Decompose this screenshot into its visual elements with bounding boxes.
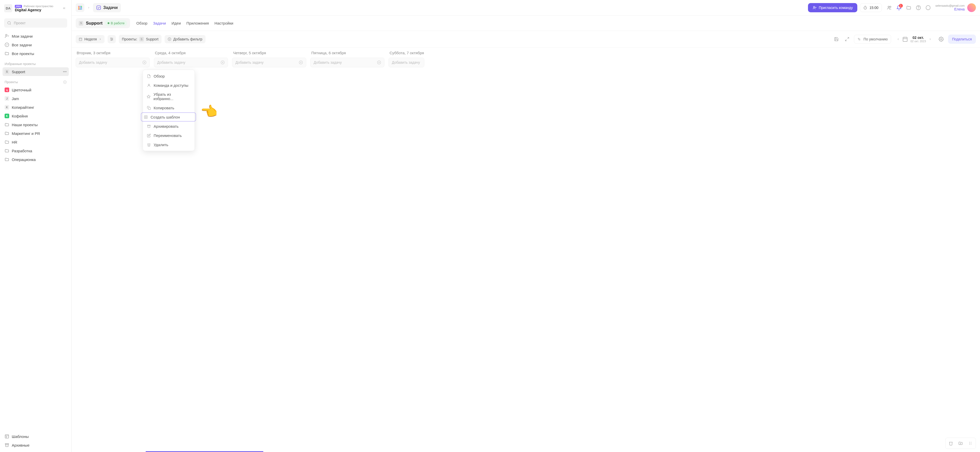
sidebar-item-kofeinya[interactable]: K Кофейня (3, 112, 69, 120)
menu-item-overview[interactable]: Обзор (143, 72, 194, 81)
nav-my-tasks[interactable]: Мои задачи (3, 32, 69, 40)
menu-item-rename[interactable]: Переименовать (143, 131, 194, 140)
timer-button[interactable]: 15:00 (860, 3, 881, 12)
workspace-pro-badge: PRO (15, 5, 22, 8)
project-badge: ц (5, 88, 9, 92)
nav-all-tasks[interactable]: Все задачи (3, 40, 69, 49)
chevron-right-icon[interactable] (929, 38, 932, 41)
chevron-left-icon[interactable] (897, 38, 900, 41)
main-area: Задачи Пригласить команду 15:00 1 (72, 0, 980, 452)
svg-point-29 (889, 6, 891, 7)
sidebar-item-hr[interactable]: HR (3, 138, 69, 146)
activity-button[interactable] (925, 5, 931, 11)
plus-circle-icon[interactable] (377, 61, 381, 64)
svg-rect-17 (81, 7, 82, 8)
chevron-left-icon (62, 6, 66, 10)
project-filter-label: Проекты: (122, 37, 137, 41)
add-task-input[interactable]: Добавить задачу (154, 57, 228, 67)
add-filter-chip[interactable]: Добавить фильтр (165, 35, 205, 43)
sidebar-item-development[interactable]: Разработка (3, 146, 69, 155)
date-range-picker[interactable]: 02 окт. 02 окт. 2023 (894, 34, 934, 44)
copy-icon (146, 105, 151, 110)
add-task-input[interactable]: Добавить задачу (388, 57, 424, 67)
svg-rect-20 (81, 9, 82, 10)
project-search[interactable]: Проект (4, 18, 67, 28)
menu-item-copy[interactable]: Копировать (143, 103, 194, 112)
svg-point-65 (148, 84, 150, 85)
add-task-input[interactable]: Добавить задачу (310, 57, 385, 67)
help-button[interactable] (916, 5, 921, 11)
plus-circle-icon[interactable] (142, 61, 146, 64)
add-task-input[interactable]: Добавить задачу (76, 57, 150, 67)
svg-rect-70 (147, 125, 150, 126)
add-task-input[interactable]: Добавить задачу (232, 57, 306, 67)
column-friday: Пятница, 6 октября Добавить задачу (310, 51, 385, 449)
sidebar-item-jam[interactable]: J Jam (3, 94, 69, 103)
column-header: Среда, 4 октября (154, 51, 228, 55)
sidebar-item-copywriting[interactable]: K Копирайтинг (3, 103, 69, 112)
sidebar-item-tsvetochny[interactable]: ц Цветочный (3, 85, 69, 94)
sidebar-item-our-projects[interactable]: Наши проекты (3, 120, 69, 129)
sort-chip[interactable]: По умолчанию (854, 35, 891, 43)
sidebar-item-support[interactable]: S Support ••• (3, 67, 69, 76)
collapse-sidebar-button[interactable] (61, 5, 67, 11)
add-project-button[interactable] (63, 80, 67, 84)
drag-handle[interactable] (966, 439, 974, 447)
share-button[interactable]: Поделиться (948, 35, 976, 44)
save-view-button[interactable] (832, 35, 840, 43)
team-icon-button[interactable] (886, 5, 892, 11)
svg-point-69 (145, 117, 146, 118)
menu-item-archive[interactable]: Архивировать (143, 121, 194, 131)
sidebar-item-operations[interactable]: Операционка (3, 155, 69, 164)
folder-icon (5, 51, 9, 56)
plus-circle-icon[interactable] (299, 61, 303, 64)
fullscreen-button[interactable] (843, 35, 851, 43)
more-icon[interactable]: ••• (63, 70, 67, 74)
workspace-header[interactable]: DA PRO Рабочее пространство Digital Agen… (0, 0, 71, 16)
delete-button[interactable] (947, 439, 955, 447)
nav-archive[interactable]: Архивные (3, 441, 69, 449)
nav-all-projects[interactable]: Все проекты (3, 49, 69, 58)
project-title-block[interactable]: S Support В работе (76, 18, 130, 28)
sidebar-item-marketing-pr[interactable]: Маркетинг и PR (3, 129, 69, 138)
gear-icon (939, 37, 944, 42)
tab-ideas[interactable]: Идеи (172, 21, 181, 26)
notifications-button[interactable]: 1 (896, 5, 902, 11)
tab-tasks[interactable]: Задачи (153, 21, 166, 26)
nav-templates[interactable]: Шаблоны (3, 432, 69, 441)
apps-menu-button[interactable] (76, 3, 84, 12)
tab-apps[interactable]: Приложения (186, 21, 209, 26)
project-status-label: В работе (111, 21, 124, 25)
project-filter-chip[interactable]: Проекты: S Support (119, 35, 162, 43)
tab-settings[interactable]: Настройки (215, 21, 233, 26)
menu-item-create-template[interactable]: Создать шаблон (141, 112, 196, 121)
move-button[interactable] (957, 439, 964, 447)
plus-circle-icon (168, 37, 171, 41)
workspace-subtitle: Рабочее пространство (24, 5, 53, 8)
filter-settings-chip[interactable] (108, 35, 116, 43)
project-badge: K (5, 113, 9, 118)
menu-item-delete[interactable]: Удалить (143, 140, 194, 149)
tab-overview[interactable]: Обзор (136, 21, 147, 26)
active-module-button[interactable]: Задачи (93, 3, 121, 12)
menu-item-unfavorite[interactable]: Убрать из избранно... (143, 90, 194, 103)
folder-icon (5, 149, 9, 153)
svg-rect-10 (5, 444, 9, 444)
user-account-button[interactable]: selenaastu@gmail.com Елена (935, 3, 976, 12)
active-module-label: Задачи (103, 5, 118, 10)
workspace-info: PRO Рабочее пространство Digital Agency (15, 5, 59, 12)
drag-icon (968, 441, 973, 446)
settings-button[interactable] (937, 35, 945, 43)
sidebar-item-label: Jam (12, 96, 19, 101)
svg-point-36 (111, 38, 111, 38)
date-main: 02 окт. (910, 35, 926, 40)
column-header: Четверг, 5 октября (232, 51, 306, 55)
menu-item-team[interactable]: Команда и доступы (143, 81, 194, 90)
inbox-button[interactable] (906, 5, 912, 11)
view-mode-chip[interactable]: Неделя (76, 35, 105, 43)
invite-team-button[interactable]: Пригласить команду (808, 3, 857, 12)
svg-point-31 (918, 9, 918, 9)
svg-line-44 (848, 37, 849, 38)
plus-circle-icon[interactable] (221, 61, 225, 64)
svg-rect-13 (80, 6, 81, 7)
